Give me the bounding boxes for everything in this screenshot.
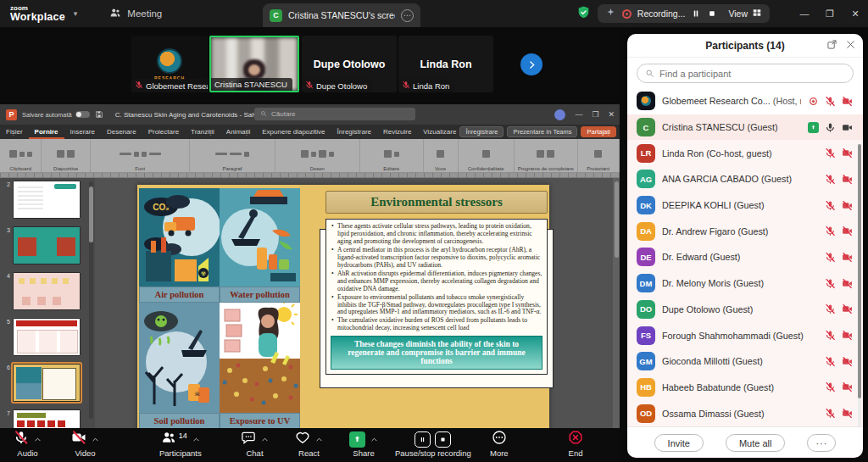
chevron-up-icon[interactable] (192, 436, 200, 443)
powerpoint-search-box[interactable]: Căutare (254, 108, 415, 120)
ribbon-button-partaja-i[interactable]: Partajați (581, 126, 616, 137)
chevron-up-icon[interactable] (34, 436, 42, 443)
stop-recording-icon[interactable] (435, 431, 451, 448)
participant-row-deepika-kohli-guest[interactable]: DKDEEPIKA KOHLI (Guest) (627, 192, 863, 219)
close-button[interactable]: ✕ (843, 0, 868, 27)
slide-thumbnail-4[interactable] (13, 272, 81, 310)
close-panel-icon[interactable] (845, 38, 856, 53)
autosave-toggle[interactable] (75, 111, 90, 118)
restore-button[interactable]: ❐ (817, 0, 843, 27)
menu-tab-revizuire[interactable]: Revizuire (377, 125, 417, 139)
ribbon-group-programe-de-completare[interactable]: Programe de completare (515, 139, 578, 172)
video-tile-cristina-stanescu[interactable]: Cristina STANESCU (209, 36, 299, 92)
menu-tab-vizualizare[interactable]: Vizualizare (417, 125, 462, 139)
panel-more-button[interactable]: ··· (807, 434, 836, 452)
participant-search[interactable] (637, 64, 854, 83)
slide-thumbnail-3[interactable] (13, 226, 81, 264)
ribbon-group-clipboard[interactable]: Clipboard (0, 139, 42, 172)
participant-row-forough-shahmohammadi-guest[interactable]: FSForough Shahmohammadi (Guest) (627, 322, 863, 348)
chevron-up-icon[interactable] (315, 436, 323, 443)
pause-recording-icon[interactable] (691, 8, 701, 19)
participant-row-habeeb-babatunde-guest[interactable]: HBHabeeb Babatunde (Guest) (627, 375, 863, 401)
participant-row-globemeet-research-co[interactable]: Globemeet Research Co... (Host, me) (627, 88, 863, 114)
tab-meeting[interactable]: Meeting (109, 7, 162, 20)
menu-tab-proiectare[interactable]: Proiectare (142, 125, 185, 139)
minimize-button[interactable]: — (792, 0, 817, 27)
save-icon[interactable] (95, 107, 103, 122)
chevron-up-icon[interactable] (92, 436, 99, 443)
audio-button[interactable]: Audio (14, 431, 42, 458)
participants-button[interactable]: 14Participants (159, 431, 202, 458)
ribbon-group-voce[interactable]: Voce (424, 139, 459, 172)
participant-row-ana-garcia-cabado-guest[interactable]: AGANA GARCIA CABADO (Guest) (627, 166, 863, 192)
ribbon-group-diapozitive[interactable]: Diapozitive (42, 139, 91, 172)
end-button[interactable]: End (568, 431, 583, 458)
video-tile-linda-ron[interactable]: Linda RonLinda Ron (398, 36, 493, 92)
chevron-up-icon[interactable] (261, 436, 269, 443)
video-tile-dupe-otolowo[interactable]: Dupe OtolowoDupe Otolowo (302, 36, 397, 92)
participant-row-cristina-stanescu-guest[interactable]: CCristina STANESCU (Guest) (627, 114, 863, 141)
thumbnail-scrollbar[interactable] (89, 181, 93, 419)
ribbon-button-prezentare-n-teams[interactable]: Prezentare în Teams (507, 126, 577, 137)
menu-tab-expunere-diapozitive[interactable]: Expunere diapozitive (256, 125, 331, 139)
participant-name: Habeeb Babatunde (Guest) (662, 382, 818, 392)
share-button[interactable]: Share (349, 431, 378, 458)
menu-tab-nregistrare[interactable]: Înregistrare (331, 125, 377, 139)
view-button[interactable]: View (728, 8, 762, 19)
participant-row-dupe-otolowo-guest[interactable]: DODupe Otolowo (Guest) (627, 297, 863, 323)
popout-icon[interactable] (826, 38, 837, 53)
invite-button[interactable]: Invite (654, 434, 704, 452)
account-avatar[interactable] (554, 109, 565, 120)
pause-recording-icon[interactable] (415, 431, 431, 448)
slide-thumbnail-5[interactable] (13, 318, 81, 356)
menu-tab-desenare[interactable]: Desenare (101, 125, 142, 139)
window-title-bar: zoom Workplace ▾ Meeting C Cristina STAN… (0, 0, 868, 27)
react-button[interactable]: React (295, 431, 323, 458)
video-button[interactable]: Video (71, 431, 99, 458)
tab-shared-screen[interactable]: C Cristina STANESCU's screen ⋯ (263, 3, 420, 27)
pp-close-button[interactable]: ✕ (608, 110, 615, 119)
chat-button[interactable]: Chat (241, 431, 269, 458)
slide-thumbnail-6[interactable] (13, 364, 81, 402)
chevron-down-icon[interactable]: ▾ (74, 9, 78, 18)
menu-tab-inserare[interactable]: Inserare (64, 125, 101, 139)
tab-options-icon[interactable]: ⋯ (401, 9, 414, 22)
pp-minimize-button[interactable]: — (575, 110, 582, 119)
menu-tab-tranzi-ii[interactable]: Tranziții (185, 125, 220, 139)
participants-header: Participants (14) (627, 34, 863, 58)
participant-search-input[interactable] (659, 69, 845, 79)
pause-stop-recording-button[interactable]: Pause/stop recording (395, 431, 471, 458)
participant-row-ossama-dimassi-guest[interactable]: ODOssama Dimassi (Guest) (627, 400, 863, 426)
menu-tab-fi-ier[interactable]: Fișier (0, 125, 29, 139)
participant-row-gioconda-millotti-guest[interactable]: GMGioconda Millotti (Guest) (627, 348, 863, 375)
ribbon-group-confiden-ialitate[interactable]: Confidențialitate (459, 139, 515, 172)
more-button[interactable]: More (490, 431, 509, 458)
ribbon-group-proiectant[interactable]: Proiectant (578, 139, 620, 172)
ribbon-group-editare[interactable]: Editare (360, 139, 424, 172)
ribbon-group-paragraf[interactable]: Paragraf (190, 139, 275, 172)
stop-recording-icon[interactable] (707, 8, 717, 19)
participant-row-linda-ron-co-host-guest[interactable]: LRLinda Ron (Co-host, guest) (627, 140, 863, 166)
security-shield-icon[interactable] (576, 5, 591, 23)
ribbon-button-nregistrare[interactable]: Înregistrare (459, 126, 504, 137)
participants-scrollbar[interactable] (858, 144, 861, 426)
participant-row-dr-melony-moris-guest[interactable]: DMDr. Melony Moris (Guest) (627, 270, 863, 297)
video-tile-globemeet-research[interactable]: RESEARCHGlobemeet Research ... (131, 36, 208, 92)
bullet-item: Exposure to environmental pollutants and… (331, 294, 542, 317)
participant-row-dr-edward-guest[interactable]: DEDr. Edward (Guest) (627, 244, 863, 270)
ai-companion-icon[interactable] (605, 6, 616, 21)
canvas-scrollbar[interactable] (613, 178, 620, 428)
video-off-icon (842, 174, 853, 185)
menu-tab-anima-ii[interactable]: Animații (220, 125, 256, 139)
participant-row-dr-andrew-figaro-guest[interactable]: DADr. Andrew Figaro (Guest) (627, 218, 863, 244)
menu-tab-pornire[interactable]: Pornire (29, 125, 64, 139)
slide-thumbnail-7[interactable] (13, 409, 81, 428)
next-videos-button[interactable] (520, 53, 542, 75)
slide-thumbnail-2[interactable] (13, 181, 81, 219)
ribbon-group-desen[interactable]: Desen (275, 139, 360, 172)
mute-all-button[interactable]: Mute all (726, 434, 786, 452)
current-slide: CO₂ ☢ (137, 185, 549, 428)
chevron-up-icon[interactable] (370, 436, 378, 443)
ribbon-group-font[interactable]: Font (91, 139, 190, 172)
pp-restore-button[interactable]: ❐ (592, 110, 598, 119)
